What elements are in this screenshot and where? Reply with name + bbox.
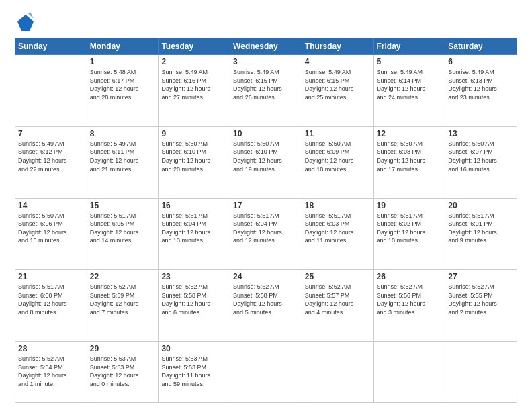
- weekday-saturday: Saturday: [445, 38, 517, 55]
- day-number: 9: [161, 129, 227, 138]
- day-number: 28: [18, 344, 84, 353]
- day-number: 19: [377, 201, 443, 210]
- calendar-cell: 29Sunrise: 5:53 AM Sunset: 5:53 PM Dayli…: [87, 342, 159, 403]
- calendar-cell: 6Sunrise: 5:49 AM Sunset: 6:13 PM Daylig…: [445, 55, 517, 127]
- calendar-week-row: 28Sunrise: 5:52 AM Sunset: 5:54 PM Dayli…: [15, 342, 517, 403]
- calendar-cell: 15Sunrise: 5:51 AM Sunset: 6:05 PM Dayli…: [87, 198, 159, 270]
- day-number: 23: [161, 272, 227, 281]
- calendar-cell: 18Sunrise: 5:51 AM Sunset: 6:03 PM Dayli…: [302, 198, 373, 270]
- day-number: 25: [305, 272, 371, 281]
- day-number: 14: [18, 201, 84, 210]
- day-number: 17: [233, 201, 299, 210]
- calendar-week-row: 21Sunrise: 5:51 AM Sunset: 6:00 PM Dayli…: [15, 270, 517, 342]
- calendar-week-row: 7Sunrise: 5:49 AM Sunset: 6:12 PM Daylig…: [15, 126, 517, 198]
- calendar-cell: 20Sunrise: 5:51 AM Sunset: 6:01 PM Dayli…: [445, 198, 517, 270]
- day-number: 21: [18, 272, 84, 281]
- cell-info: Sunrise: 5:50 AM Sunset: 6:06 PM Dayligh…: [18, 212, 84, 245]
- weekday-tuesday: Tuesday: [159, 38, 230, 55]
- day-number: 6: [448, 57, 514, 66]
- cell-info: Sunrise: 5:52 AM Sunset: 5:55 PM Dayligh…: [448, 283, 514, 316]
- cell-info: Sunrise: 5:52 AM Sunset: 5:54 PM Dayligh…: [18, 355, 84, 388]
- calendar-cell: 3Sunrise: 5:49 AM Sunset: 6:15 PM Daylig…: [230, 55, 302, 127]
- cell-info: Sunrise: 5:51 AM Sunset: 6:02 PM Dayligh…: [377, 212, 443, 245]
- calendar-cell: 9Sunrise: 5:50 AM Sunset: 6:10 PM Daylig…: [159, 126, 230, 198]
- cell-info: Sunrise: 5:53 AM Sunset: 5:53 PM Dayligh…: [90, 355, 156, 388]
- calendar-cell: 23Sunrise: 5:52 AM Sunset: 5:58 PM Dayli…: [159, 270, 230, 342]
- calendar-cell: 30Sunrise: 5:53 AM Sunset: 5:53 PM Dayli…: [159, 342, 230, 403]
- calendar-cell: 16Sunrise: 5:51 AM Sunset: 6:04 PM Dayli…: [159, 198, 230, 270]
- day-number: 29: [90, 344, 156, 353]
- calendar-cell: 4Sunrise: 5:49 AM Sunset: 6:15 PM Daylig…: [302, 55, 373, 127]
- cell-info: Sunrise: 5:50 AM Sunset: 6:08 PM Dayligh…: [377, 140, 443, 173]
- day-number: 5: [377, 57, 443, 66]
- calendar-cell: 10Sunrise: 5:50 AM Sunset: 6:10 PM Dayli…: [230, 126, 302, 198]
- cell-info: Sunrise: 5:52 AM Sunset: 5:58 PM Dayligh…: [233, 283, 299, 316]
- day-number: 22: [90, 272, 156, 281]
- day-number: 10: [233, 129, 299, 138]
- day-number: 24: [233, 272, 299, 281]
- calendar-cell: 8Sunrise: 5:49 AM Sunset: 6:11 PM Daylig…: [87, 126, 159, 198]
- calendar-cell: 7Sunrise: 5:49 AM Sunset: 6:12 PM Daylig…: [15, 126, 87, 198]
- cell-info: Sunrise: 5:51 AM Sunset: 6:03 PM Dayligh…: [305, 212, 371, 245]
- calendar-cell: 28Sunrise: 5:52 AM Sunset: 5:54 PM Dayli…: [15, 342, 87, 403]
- calendar-cell: 14Sunrise: 5:50 AM Sunset: 6:06 PM Dayli…: [15, 198, 87, 270]
- calendar-week-row: 14Sunrise: 5:50 AM Sunset: 6:06 PM Dayli…: [15, 198, 517, 270]
- calendar-cell: 1Sunrise: 5:48 AM Sunset: 6:17 PM Daylig…: [87, 55, 159, 127]
- cell-info: Sunrise: 5:52 AM Sunset: 5:57 PM Dayligh…: [305, 283, 371, 316]
- calendar-cell: 12Sunrise: 5:50 AM Sunset: 6:08 PM Dayli…: [373, 126, 445, 198]
- cell-info: Sunrise: 5:51 AM Sunset: 6:05 PM Dayligh…: [90, 212, 156, 245]
- calendar-cell: [230, 342, 302, 403]
- calendar-cell: [445, 342, 517, 403]
- day-number: 12: [377, 129, 443, 138]
- day-number: 30: [161, 344, 227, 353]
- weekday-thursday: Thursday: [302, 38, 373, 55]
- calendar-cell: 5Sunrise: 5:49 AM Sunset: 6:14 PM Daylig…: [373, 55, 445, 127]
- calendar-cell: 24Sunrise: 5:52 AM Sunset: 5:58 PM Dayli…: [230, 270, 302, 342]
- svg-marker-0: [17, 15, 34, 31]
- calendar-cell: 25Sunrise: 5:52 AM Sunset: 5:57 PM Dayli…: [302, 270, 373, 342]
- cell-info: Sunrise: 5:50 AM Sunset: 6:07 PM Dayligh…: [448, 140, 514, 173]
- logo-icon: [15, 12, 34, 31]
- day-number: 3: [233, 57, 299, 66]
- weekday-monday: Monday: [87, 38, 159, 55]
- calendar-cell: 11Sunrise: 5:50 AM Sunset: 6:09 PM Dayli…: [302, 126, 373, 198]
- day-number: 2: [161, 57, 227, 66]
- calendar-week-row: 1Sunrise: 5:48 AM Sunset: 6:17 PM Daylig…: [15, 55, 517, 127]
- cell-info: Sunrise: 5:49 AM Sunset: 6:11 PM Dayligh…: [90, 140, 156, 173]
- cell-info: Sunrise: 5:52 AM Sunset: 5:56 PM Dayligh…: [377, 283, 443, 316]
- day-number: 1: [90, 57, 156, 66]
- day-number: 8: [90, 129, 156, 138]
- calendar-cell: 27Sunrise: 5:52 AM Sunset: 5:55 PM Dayli…: [445, 270, 517, 342]
- cell-info: Sunrise: 5:53 AM Sunset: 5:53 PM Dayligh…: [161, 355, 227, 388]
- cell-info: Sunrise: 5:52 AM Sunset: 5:58 PM Dayligh…: [161, 283, 227, 316]
- cell-info: Sunrise: 5:52 AM Sunset: 5:59 PM Dayligh…: [90, 283, 156, 316]
- day-number: 16: [161, 201, 227, 210]
- calendar-cell: 13Sunrise: 5:50 AM Sunset: 6:07 PM Dayli…: [445, 126, 517, 198]
- calendar-cell: 17Sunrise: 5:51 AM Sunset: 6:04 PM Dayli…: [230, 198, 302, 270]
- cell-info: Sunrise: 5:49 AM Sunset: 6:12 PM Dayligh…: [18, 140, 84, 173]
- day-number: 11: [305, 129, 371, 138]
- calendar-cell: [302, 342, 373, 403]
- calendar-cell: 19Sunrise: 5:51 AM Sunset: 6:02 PM Dayli…: [373, 198, 445, 270]
- weekday-friday: Friday: [373, 38, 445, 55]
- cell-info: Sunrise: 5:51 AM Sunset: 6:04 PM Dayligh…: [233, 212, 299, 245]
- calendar-cell: 22Sunrise: 5:52 AM Sunset: 5:59 PM Dayli…: [87, 270, 159, 342]
- cell-info: Sunrise: 5:49 AM Sunset: 6:16 PM Dayligh…: [161, 68, 227, 101]
- cell-info: Sunrise: 5:50 AM Sunset: 6:10 PM Dayligh…: [233, 140, 299, 173]
- header: [15, 12, 517, 31]
- cell-info: Sunrise: 5:49 AM Sunset: 6:15 PM Dayligh…: [233, 68, 299, 101]
- cell-info: Sunrise: 5:51 AM Sunset: 6:04 PM Dayligh…: [161, 212, 227, 245]
- weekday-wednesday: Wednesday: [230, 38, 302, 55]
- calendar-cell: 21Sunrise: 5:51 AM Sunset: 6:00 PM Dayli…: [15, 270, 87, 342]
- cell-info: Sunrise: 5:49 AM Sunset: 6:14 PM Dayligh…: [377, 68, 443, 101]
- calendar-cell: [15, 55, 87, 127]
- day-number: 27: [448, 272, 514, 281]
- day-number: 26: [377, 272, 443, 281]
- day-number: 13: [448, 129, 514, 138]
- calendar-cell: [373, 342, 445, 403]
- cell-info: Sunrise: 5:49 AM Sunset: 6:15 PM Dayligh…: [305, 68, 371, 101]
- cell-info: Sunrise: 5:49 AM Sunset: 6:13 PM Dayligh…: [448, 68, 514, 101]
- cell-info: Sunrise: 5:51 AM Sunset: 6:01 PM Dayligh…: [448, 212, 514, 245]
- cell-info: Sunrise: 5:48 AM Sunset: 6:17 PM Dayligh…: [90, 68, 156, 101]
- day-number: 20: [448, 201, 514, 210]
